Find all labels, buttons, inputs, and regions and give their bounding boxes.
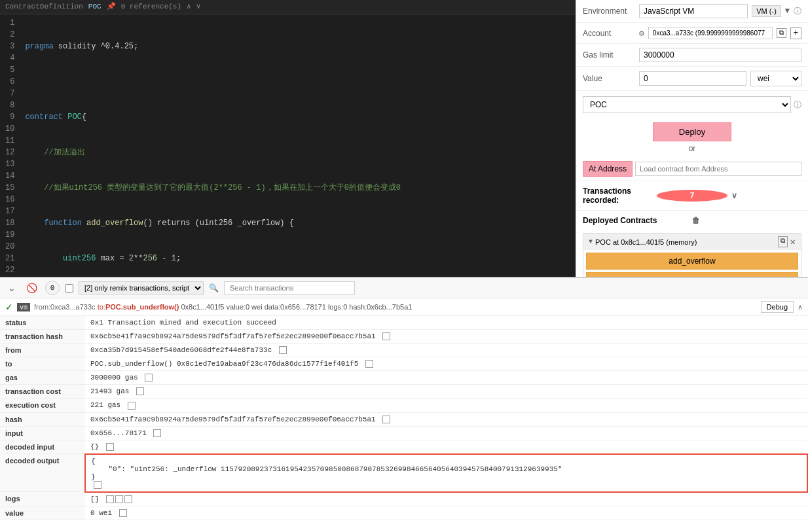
debug-button[interactable]: Debug bbox=[761, 301, 794, 313]
copy-icon[interactable] bbox=[106, 443, 114, 451]
tx-success-icon: ✓ bbox=[5, 302, 13, 312]
contract-info-icon[interactable]: ⓘ bbox=[794, 99, 801, 111]
at-address-button[interactable]: At Address bbox=[583, 161, 633, 177]
detail-key: logs bbox=[0, 492, 85, 506]
detail-value: [] bbox=[85, 492, 807, 506]
tx-to: to: bbox=[98, 303, 105, 311]
tx-address: 0x8c1...401f5 bbox=[181, 303, 224, 311]
right-panel: Environment VM (-) ▼ ⓘ Account ⚙ ⧉ + Gas… bbox=[576, 0, 808, 277]
add-overflow-button[interactable]: add_overflow bbox=[586, 253, 798, 270]
account-input[interactable] bbox=[648, 27, 773, 39]
detail-key: to bbox=[0, 357, 85, 371]
detail-key: decoded input bbox=[0, 440, 85, 454]
search-input[interactable] bbox=[224, 281, 355, 294]
deployed-contract-close-icon[interactable]: ✕ bbox=[790, 236, 796, 247]
expand-icon[interactable]: ∧ bbox=[798, 303, 803, 311]
deployed-contract-copy-icon[interactable]: ⧉ bbox=[778, 236, 788, 247]
code-lines: 12345 678910 1112131415 1617181920 21222… bbox=[0, 14, 576, 277]
gas-limit-input[interactable] bbox=[639, 48, 801, 62]
code-content: pragma solidity ^0.4.25; contract POC{ /… bbox=[20, 14, 576, 277]
code-header: ContractDefinition POC 📌 0 reference(s) … bbox=[0, 0, 576, 14]
collapse-icon-btn[interactable]: ⌄ bbox=[5, 281, 18, 294]
account-gear-icon[interactable]: ⚙ bbox=[639, 28, 644, 39]
tx-details: from:0xca3...a733c to:POC.sub_underflow(… bbox=[34, 303, 757, 311]
account-plus-icon[interactable]: + bbox=[790, 27, 801, 39]
pin-icon: 📌 bbox=[107, 1, 116, 12]
clear-transactions-btn[interactable]: 🚫 bbox=[24, 281, 40, 294]
copy-icon[interactable] bbox=[153, 429, 161, 437]
load-contract-input[interactable] bbox=[635, 162, 801, 176]
code-editor: ContractDefinition POC 📌 0 reference(s) … bbox=[0, 0, 576, 277]
table-row: execution cost221 gas bbox=[0, 399, 807, 412]
copy-icon-3[interactable] bbox=[124, 495, 132, 503]
value-row: Value wei bbox=[576, 67, 808, 91]
transactions-badge: 7 bbox=[657, 190, 727, 202]
tx-data: data:0x656...78171 bbox=[265, 303, 326, 311]
transaction-detail-table: status0x1 Transaction mined and executio… bbox=[0, 316, 808, 532]
copy-icon[interactable] bbox=[279, 346, 287, 354]
deployed-contract-arrow[interactable]: ▼ bbox=[589, 238, 593, 245]
deployed-contracts-header: Deployed Contracts 🗑 bbox=[576, 210, 808, 230]
contract-definition-label: ContractDefinition bbox=[5, 1, 83, 12]
chevron-down-icon: ∨ bbox=[196, 1, 201, 12]
detail-key: decoded output bbox=[0, 454, 85, 492]
deployed-contract-item: ▼ POC at 0x8c1...401f5 (memory) ⧉ ✕ add_… bbox=[583, 233, 801, 277]
copy-icon[interactable] bbox=[94, 481, 101, 489]
trash-icon[interactable]: 🗑 bbox=[692, 216, 801, 225]
detail-key: status bbox=[0, 316, 85, 330]
copy-icon-2[interactable] bbox=[115, 495, 123, 503]
value-input[interactable] bbox=[639, 71, 746, 86]
detail-key: transaction cost bbox=[0, 385, 85, 399]
detail-key: gas bbox=[0, 371, 85, 385]
copy-icon[interactable] bbox=[145, 374, 153, 381]
environment-row: Environment VM (-) ▼ ⓘ bbox=[576, 0, 808, 23]
detail-key: from bbox=[0, 344, 85, 357]
contract-selector[interactable]: POC bbox=[583, 96, 791, 113]
vm-badge: VM (-) bbox=[752, 5, 781, 17]
chevron-up-icon: ∧ bbox=[187, 1, 191, 12]
copy-icon[interactable] bbox=[128, 402, 136, 410]
deployed-contract-header: ▼ POC at 0x8c1...401f5 (memory) ⧉ ✕ bbox=[583, 234, 801, 250]
account-label: Account bbox=[583, 29, 635, 38]
value-label: Value bbox=[583, 74, 635, 83]
tx-method: POC.sub_underflow() bbox=[105, 303, 179, 311]
account-row: Account ⚙ ⧉ + bbox=[576, 23, 808, 44]
detail-key: hash bbox=[0, 412, 85, 426]
deploy-row: Deploy or bbox=[576, 118, 808, 157]
transactions-expand-icon[interactable]: ∨ bbox=[731, 191, 801, 200]
value-unit-select[interactable]: wei bbox=[750, 71, 801, 86]
bottom-area: ⌄ 🚫 0 [2] only remix transactions, scrip… bbox=[0, 277, 808, 532]
table-row: from0xca35b7d915458ef540ade6068dfe2f44e8… bbox=[0, 344, 807, 357]
detail-key: execution cost bbox=[0, 399, 85, 412]
search-icon: 🔍 bbox=[209, 283, 219, 293]
copy-icon[interactable] bbox=[382, 416, 390, 423]
vm-arrow-icon[interactable]: ▼ bbox=[785, 7, 790, 16]
mul-overflow-button[interactable]: mul_overflow bbox=[586, 272, 798, 277]
account-copy-icon[interactable]: ⧉ bbox=[777, 28, 786, 38]
copy-icon[interactable] bbox=[382, 332, 390, 340]
copy-icon[interactable] bbox=[365, 360, 373, 368]
table-row: toPOC.sub_underflow() 0x8c1ed7e19abaa9f2… bbox=[0, 357, 807, 371]
circle-zero-btn[interactable]: 0 bbox=[45, 281, 60, 295]
copy-icon[interactable] bbox=[136, 387, 144, 395]
copy-icon[interactable] bbox=[106, 495, 114, 503]
detail-value: 221 gas bbox=[85, 399, 807, 412]
deploy-button[interactable]: Deploy bbox=[653, 122, 731, 141]
contract-selector-row: POC ⓘ bbox=[576, 91, 808, 118]
environment-info-icon[interactable]: ⓘ bbox=[794, 6, 801, 17]
environment-input[interactable] bbox=[639, 4, 748, 18]
detail-value: 3000000 gas bbox=[85, 371, 807, 385]
deployed-contract-name: POC at 0x8c1...401f5 (memory) bbox=[595, 238, 775, 246]
filter-checkbox[interactable] bbox=[65, 284, 73, 293]
transactions-label: Transactions recorded: bbox=[583, 186, 653, 205]
table-row: hash0x6cb5e41f7a9c9b8924a75de9579df5f3df… bbox=[0, 412, 807, 426]
table-row: decoded output{ "0": "uint256: _underflo… bbox=[0, 454, 807, 492]
transaction-entry: ✓ vm from:0xca3...a733c to:POC.sub_under… bbox=[0, 298, 808, 316]
copy-icon[interactable] bbox=[119, 509, 127, 517]
at-address-row: At Address bbox=[576, 157, 808, 181]
detail-table: status0x1 Transaction mined and executio… bbox=[0, 316, 808, 520]
filter-select[interactable]: [2] only remix transactions, script bbox=[79, 281, 204, 294]
bottom-toolbar: ⌄ 🚫 0 [2] only remix transactions, scrip… bbox=[0, 278, 808, 298]
transactions-header[interactable]: Transactions recorded: 7 ∨ bbox=[576, 181, 808, 210]
references-label: 0 reference(s) bbox=[121, 1, 181, 12]
